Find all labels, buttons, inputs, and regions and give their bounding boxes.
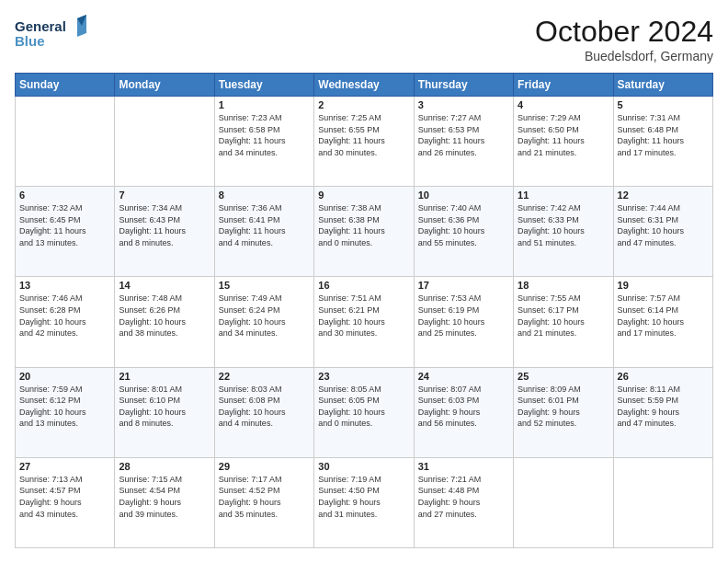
- calendar-cell: [115, 97, 214, 187]
- col-header-saturday: Saturday: [613, 74, 712, 97]
- calendar-cell: 31Sunrise: 7:21 AM Sunset: 4:48 PM Dayli…: [414, 457, 513, 547]
- day-number: 24: [418, 371, 509, 382]
- calendar-cell: 9Sunrise: 7:38 AM Sunset: 6:38 PM Daylig…: [314, 187, 414, 277]
- day-number: 2: [318, 99, 409, 110]
- day-number: 15: [219, 280, 310, 291]
- day-number: 26: [618, 371, 709, 382]
- calendar-cell: 22Sunrise: 8:03 AM Sunset: 6:08 PM Dayli…: [214, 367, 313, 457]
- day-number: 31: [418, 461, 509, 472]
- calendar-cell: 25Sunrise: 8:09 AM Sunset: 6:01 PM Dayli…: [514, 367, 613, 457]
- svg-text:General: General: [15, 18, 66, 34]
- title-block: October 2024 Buedelsdorf, Germany: [535, 15, 713, 63]
- calendar-cell: 17Sunrise: 7:53 AM Sunset: 6:19 PM Dayli…: [414, 277, 513, 367]
- calendar-cell: 29Sunrise: 7:17 AM Sunset: 4:52 PM Dayli…: [214, 457, 313, 547]
- col-header-tuesday: Tuesday: [214, 74, 313, 97]
- calendar-cell: 30Sunrise: 7:19 AM Sunset: 4:50 PM Dayli…: [314, 457, 414, 547]
- day-info: Sunrise: 7:44 AM Sunset: 6:31 PM Dayligh…: [618, 202, 709, 248]
- day-info: Sunrise: 7:59 AM Sunset: 6:12 PM Dayligh…: [19, 384, 110, 430]
- calendar-cell: 5Sunrise: 7:31 AM Sunset: 6:48 PM Daylig…: [613, 97, 712, 187]
- day-info: Sunrise: 7:27 AM Sunset: 6:53 PM Dayligh…: [418, 112, 509, 158]
- calendar-cell: 7Sunrise: 7:34 AM Sunset: 6:43 PM Daylig…: [115, 187, 214, 277]
- calendar-cell: 23Sunrise: 8:05 AM Sunset: 6:05 PM Dayli…: [314, 367, 414, 457]
- day-number: 22: [219, 371, 310, 382]
- day-info: Sunrise: 8:03 AM Sunset: 6:08 PM Dayligh…: [219, 384, 310, 430]
- calendar-cell: [613, 457, 712, 547]
- day-number: 27: [19, 461, 110, 472]
- day-number: 6: [19, 190, 110, 201]
- day-number: 29: [219, 461, 310, 472]
- day-info: Sunrise: 7:53 AM Sunset: 6:19 PM Dayligh…: [418, 293, 509, 339]
- day-number: 21: [119, 371, 210, 382]
- day-info: Sunrise: 7:21 AM Sunset: 4:48 PM Dayligh…: [418, 474, 509, 520]
- day-number: 16: [318, 280, 409, 291]
- calendar-cell: 4Sunrise: 7:29 AM Sunset: 6:50 PM Daylig…: [514, 97, 613, 187]
- day-info: Sunrise: 8:05 AM Sunset: 6:05 PM Dayligh…: [318, 384, 409, 430]
- day-info: Sunrise: 8:09 AM Sunset: 6:01 PM Dayligh…: [518, 384, 609, 430]
- calendar-cell: 24Sunrise: 8:07 AM Sunset: 6:03 PM Dayli…: [414, 367, 513, 457]
- day-number: 25: [518, 371, 609, 382]
- day-number: 23: [318, 371, 409, 382]
- day-info: Sunrise: 7:31 AM Sunset: 6:48 PM Dayligh…: [618, 112, 709, 158]
- calendar-cell: 15Sunrise: 7:49 AM Sunset: 6:24 PM Dayli…: [214, 277, 313, 367]
- week-row-2: 6Sunrise: 7:32 AM Sunset: 6:45 PM Daylig…: [16, 187, 713, 277]
- calendar-cell: 18Sunrise: 7:55 AM Sunset: 6:17 PM Dayli…: [514, 277, 613, 367]
- week-row-4: 20Sunrise: 7:59 AM Sunset: 6:12 PM Dayli…: [16, 367, 713, 457]
- calendar-cell: 11Sunrise: 7:42 AM Sunset: 6:33 PM Dayli…: [514, 187, 613, 277]
- day-number: 13: [19, 280, 110, 291]
- day-info: Sunrise: 8:07 AM Sunset: 6:03 PM Dayligh…: [418, 384, 509, 430]
- col-header-friday: Friday: [514, 74, 613, 97]
- day-number: 28: [119, 461, 210, 472]
- calendar-cell: 19Sunrise: 7:57 AM Sunset: 6:14 PM Dayli…: [613, 277, 712, 367]
- day-number: 20: [19, 371, 110, 382]
- calendar-cell: 3Sunrise: 7:27 AM Sunset: 6:53 PM Daylig…: [414, 97, 513, 187]
- calendar-cell: 12Sunrise: 7:44 AM Sunset: 6:31 PM Dayli…: [613, 187, 712, 277]
- calendar-cell: 1Sunrise: 7:23 AM Sunset: 6:58 PM Daylig…: [214, 97, 313, 187]
- calendar-cell: 20Sunrise: 7:59 AM Sunset: 6:12 PM Dayli…: [16, 367, 115, 457]
- col-header-sunday: Sunday: [16, 74, 115, 97]
- day-info: Sunrise: 7:36 AM Sunset: 6:41 PM Dayligh…: [219, 202, 310, 248]
- day-info: Sunrise: 7:38 AM Sunset: 6:38 PM Dayligh…: [318, 202, 409, 248]
- day-number: 5: [618, 99, 709, 110]
- col-header-thursday: Thursday: [414, 74, 513, 97]
- calendar-cell: 27Sunrise: 7:13 AM Sunset: 4:57 PM Dayli…: [16, 457, 115, 547]
- day-info: Sunrise: 7:23 AM Sunset: 6:58 PM Dayligh…: [219, 112, 310, 158]
- calendar-cell: 14Sunrise: 7:48 AM Sunset: 6:26 PM Dayli…: [115, 277, 214, 367]
- calendar-cell: 2Sunrise: 7:25 AM Sunset: 6:55 PM Daylig…: [314, 97, 414, 187]
- week-row-3: 13Sunrise: 7:46 AM Sunset: 6:28 PM Dayli…: [16, 277, 713, 367]
- day-number: 9: [318, 190, 409, 201]
- header: General Blue October 2024 Buedelsdorf, G…: [15, 15, 713, 63]
- day-info: Sunrise: 7:42 AM Sunset: 6:33 PM Dayligh…: [518, 202, 609, 248]
- day-number: 4: [518, 99, 609, 110]
- calendar-cell: 10Sunrise: 7:40 AM Sunset: 6:36 PM Dayli…: [414, 187, 513, 277]
- day-info: Sunrise: 7:48 AM Sunset: 6:26 PM Dayligh…: [119, 293, 210, 339]
- calendar-cell: 16Sunrise: 7:51 AM Sunset: 6:21 PM Dayli…: [314, 277, 414, 367]
- day-info: Sunrise: 7:55 AM Sunset: 6:17 PM Dayligh…: [518, 293, 609, 339]
- day-number: 10: [418, 190, 509, 201]
- calendar-table: SundayMondayTuesdayWednesdayThursdayFrid…: [15, 73, 713, 548]
- day-number: 18: [518, 280, 609, 291]
- calendar-cell: 21Sunrise: 8:01 AM Sunset: 6:10 PM Dayli…: [115, 367, 214, 457]
- calendar-cell: [514, 457, 613, 547]
- calendar-header-row: SundayMondayTuesdayWednesdayThursdayFrid…: [16, 74, 713, 97]
- day-info: Sunrise: 7:19 AM Sunset: 4:50 PM Dayligh…: [318, 474, 409, 520]
- page: General Blue October 2024 Buedelsdorf, G…: [0, 0, 728, 563]
- day-number: 14: [119, 280, 210, 291]
- calendar-cell: 8Sunrise: 7:36 AM Sunset: 6:41 PM Daylig…: [214, 187, 313, 277]
- day-info: Sunrise: 7:13 AM Sunset: 4:57 PM Dayligh…: [19, 474, 110, 520]
- svg-text:Blue: Blue: [15, 33, 45, 49]
- day-number: 30: [318, 461, 409, 472]
- day-info: Sunrise: 7:51 AM Sunset: 6:21 PM Dayligh…: [318, 293, 409, 339]
- day-info: Sunrise: 7:49 AM Sunset: 6:24 PM Dayligh…: [219, 293, 310, 339]
- calendar-cell: 6Sunrise: 7:32 AM Sunset: 6:45 PM Daylig…: [16, 187, 115, 277]
- day-info: Sunrise: 7:32 AM Sunset: 6:45 PM Dayligh…: [19, 202, 110, 248]
- day-number: 19: [618, 280, 709, 291]
- week-row-1: 1Sunrise: 7:23 AM Sunset: 6:58 PM Daylig…: [16, 97, 713, 187]
- day-info: Sunrise: 7:57 AM Sunset: 6:14 PM Dayligh…: [618, 293, 709, 339]
- day-info: Sunrise: 7:15 AM Sunset: 4:54 PM Dayligh…: [119, 474, 210, 520]
- day-info: Sunrise: 7:46 AM Sunset: 6:28 PM Dayligh…: [19, 293, 110, 339]
- month-title: October 2024: [535, 15, 713, 49]
- week-row-5: 27Sunrise: 7:13 AM Sunset: 4:57 PM Dayli…: [16, 457, 713, 547]
- day-info: Sunrise: 7:34 AM Sunset: 6:43 PM Dayligh…: [119, 202, 210, 248]
- day-info: Sunrise: 7:25 AM Sunset: 6:55 PM Dayligh…: [318, 112, 409, 158]
- day-info: Sunrise: 7:17 AM Sunset: 4:52 PM Dayligh…: [219, 474, 310, 520]
